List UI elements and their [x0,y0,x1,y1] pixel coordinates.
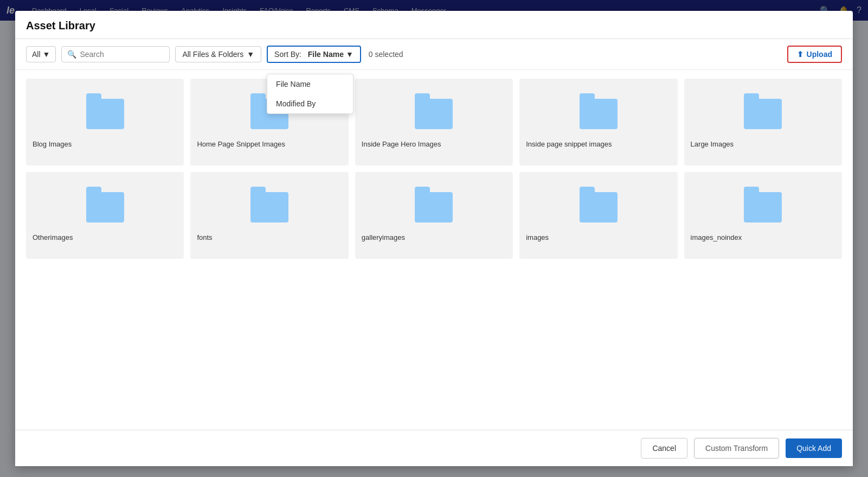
folder-icon [580,99,618,129]
modal-content: Blog Images Home Page Snippet Images Ins… [15,70,853,430]
folder-name: Blog Images [33,140,177,148]
folder-name: images [526,233,671,241]
sort-value: File Name [308,50,344,59]
selected-count: 0 selected [369,50,403,59]
search-icon-small: 🔍 [67,50,76,59]
folder-icon [86,192,124,222]
quick-add-button[interactable]: Quick Add [786,438,842,458]
modal-footer: Cancel Custom Transform Quick Add [15,430,853,466]
upload-button[interactable]: ⬆ Upload [787,46,842,63]
upload-label: Upload [807,50,832,59]
folder-item-otherimages[interactable]: Otherimages [26,172,184,259]
folder-icon [744,99,782,129]
folder-icon [580,192,618,222]
sort-option-filename[interactable]: File Name [267,74,353,94]
files-folders-label: All Files & Folders [182,50,243,59]
folder-item-inside-snippet[interactable]: Inside page snippet images [519,79,677,166]
folder-item-blog-images[interactable]: Blog Images [26,79,184,166]
folder-icon [415,99,453,129]
toolbar: All ▼ 🔍 All Files & Folders ▼ Sort By: F… [15,39,853,70]
folder-name: galleryimages [362,233,506,241]
upload-icon: ⬆ [797,50,803,59]
modal-header: Asset Library [15,11,853,39]
filter-all-button[interactable]: All ▼ [26,46,56,62]
folder-item-fonts[interactable]: fonts [190,172,348,259]
folder-icon [86,99,124,129]
folder-name: Home Page Snippet Images [197,140,342,148]
sort-wrapper: Sort By: File Name ▼ File Name Modified … [267,46,361,63]
search-box: 🔍 [61,46,170,62]
modal-title: Asset Library [26,20,95,31]
folder-item-galleryimages[interactable]: galleryimages [355,172,513,259]
files-folders-dropdown[interactable]: All Files & Folders ▼ [175,46,261,62]
asset-library-modal: Asset Library All ▼ 🔍 All Files & Folder… [15,11,853,466]
sort-chevron-icon: ▼ [346,50,353,59]
cancel-button[interactable]: Cancel [641,438,687,459]
folder-name: fonts [197,233,342,241]
folder-name: Large Images [691,140,835,148]
folder-item-images-noindex[interactable]: images_noindex [684,172,842,259]
search-input[interactable] [80,50,164,59]
sort-menu: File Name Modified By [267,74,353,114]
filter-all-label: All [32,50,41,59]
folder-name: images_noindex [691,233,835,241]
folder-icon [250,192,288,222]
folder-item-large-images[interactable]: Large Images [684,79,842,166]
filter-chevron-icon: ▼ [43,50,50,59]
sort-option-modifiedby[interactable]: Modified By [267,94,353,113]
folder-item-inside-hero[interactable]: Inside Page Hero Images [355,79,513,166]
folder-item-images[interactable]: images [519,172,677,259]
folder-name: Inside Page Hero Images [362,140,506,148]
custom-transform-button[interactable]: Custom Transform [694,438,779,459]
files-chevron-icon: ▼ [247,50,254,59]
folder-icon [744,192,782,222]
folder-name: Inside page snippet images [526,140,671,148]
sort-dropdown-button[interactable]: Sort By: File Name ▼ [267,46,361,63]
folder-name: Otherimages [33,233,177,241]
file-grid: Blog Images Home Page Snippet Images Ins… [26,79,842,259]
folder-icon [415,192,453,222]
sort-prefix: Sort By: [274,50,301,59]
